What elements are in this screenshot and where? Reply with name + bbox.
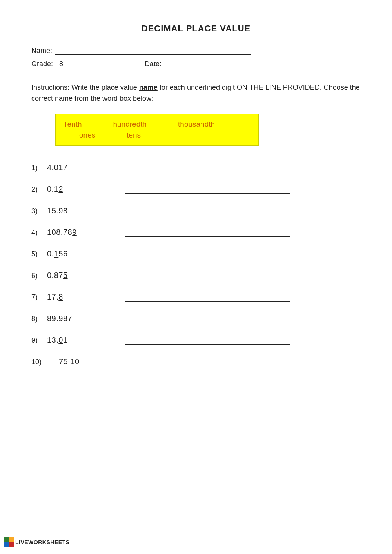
logo-square-red bbox=[9, 542, 14, 547]
problem-value: 0.156 bbox=[47, 249, 118, 258]
date-input-line[interactable] bbox=[168, 60, 258, 68]
word-ones: ones bbox=[79, 131, 95, 140]
grade-input-line[interactable] bbox=[66, 60, 121, 68]
word-thousandth: thousandth bbox=[178, 120, 215, 129]
answer-line[interactable] bbox=[125, 185, 290, 194]
grade-group: Grade: 8 bbox=[31, 60, 121, 68]
problem-number: 7) bbox=[31, 293, 47, 302]
problem-row: 1) 4.017 bbox=[31, 163, 361, 172]
problem-value: 75.10 bbox=[59, 357, 129, 366]
problem-row: 6) 0.875 bbox=[31, 271, 361, 280]
underlined-digit: 5 bbox=[52, 206, 56, 215]
problem-row: 3) 15.98 bbox=[31, 206, 361, 215]
problem-value: 17.8 bbox=[47, 292, 118, 302]
problem-row: 9) 13.01 bbox=[31, 336, 361, 345]
underlined-digit: 0 bbox=[58, 336, 63, 344]
date-group: Date: bbox=[145, 60, 258, 68]
answer-line[interactable] bbox=[125, 271, 290, 280]
instructions-keyword: name bbox=[139, 84, 158, 91]
answer-line[interactable] bbox=[125, 293, 290, 302]
name-field-row: Name: bbox=[31, 46, 361, 55]
word-tens: tens bbox=[127, 131, 141, 140]
problem-value: 0.12 bbox=[47, 185, 118, 194]
problem-number: 1) bbox=[31, 164, 47, 172]
problem-number: 5) bbox=[31, 250, 47, 258]
underlined-digit: 9 bbox=[72, 228, 77, 236]
problem-row: 5) 0.156 bbox=[31, 249, 361, 258]
underlined-digit: 8 bbox=[58, 292, 63, 301]
problem-value: 4.017 bbox=[47, 163, 118, 172]
problem-row: 10) 75.10 bbox=[31, 357, 361, 366]
logo-square-green bbox=[4, 537, 9, 542]
problem-number: 6) bbox=[31, 272, 47, 280]
word-hundredth: hundredth bbox=[113, 120, 147, 129]
problem-number: 4) bbox=[31, 229, 47, 237]
word-tenth: Tenth bbox=[64, 120, 82, 129]
problem-row: 7) 17.8 bbox=[31, 292, 361, 302]
liveworksheets-logo: LIVEWORKSHEETS bbox=[4, 537, 69, 547]
problem-value: 89.987 bbox=[47, 314, 118, 323]
underlined-digit: 8 bbox=[63, 314, 68, 323]
underlined-digit: 1 bbox=[58, 163, 63, 172]
problem-value: 0.875 bbox=[47, 271, 118, 280]
problem-number: 10) bbox=[31, 358, 51, 366]
name-input-line[interactable] bbox=[55, 46, 251, 55]
instructions-text: Instructions: Write the place value name… bbox=[31, 82, 361, 104]
grade-date-row: Grade: 8 Date: bbox=[31, 60, 361, 68]
answer-line[interactable] bbox=[137, 358, 302, 366]
answer-line[interactable] bbox=[125, 228, 290, 237]
answer-line[interactable] bbox=[125, 250, 290, 258]
date-label: Date: bbox=[145, 60, 162, 68]
problem-row: 4) 108.789 bbox=[31, 228, 361, 237]
answer-line[interactable] bbox=[125, 163, 290, 172]
underlined-digit: 0 bbox=[75, 357, 80, 366]
problem-number: 2) bbox=[31, 185, 47, 194]
problem-row: 8) 89.987 bbox=[31, 314, 361, 323]
problem-number: 3) bbox=[31, 207, 47, 215]
answer-line[interactable] bbox=[125, 314, 290, 323]
logo-squares bbox=[4, 537, 14, 547]
grade-label: Grade: bbox=[31, 60, 53, 68]
problem-value: 13.01 bbox=[47, 336, 118, 345]
problems-section: 1) 4.017 2) 0.12 3) 15.98 4) 108.789 5) … bbox=[31, 163, 361, 366]
word-box-row2: ones tens bbox=[64, 131, 246, 140]
logo-square-blue bbox=[4, 542, 9, 547]
word-box: Tenth hundredth thousandth ones tens bbox=[55, 114, 259, 146]
underlined-digit: 1 bbox=[54, 249, 59, 258]
problem-number: 8) bbox=[31, 315, 47, 323]
problem-number: 9) bbox=[31, 336, 47, 345]
grade-value: 8 bbox=[59, 60, 63, 68]
footer-brand-text: LIVEWORKSHEETS bbox=[15, 539, 69, 545]
answer-line[interactable] bbox=[125, 207, 290, 215]
logo-square-yellow bbox=[9, 537, 14, 542]
name-label: Name: bbox=[31, 47, 52, 55]
problem-row: 2) 0.12 bbox=[31, 185, 361, 194]
problem-value: 15.98 bbox=[47, 206, 118, 215]
instructions-before: Instructions: Write the place value bbox=[31, 84, 139, 91]
underlined-digit: 2 bbox=[58, 185, 63, 193]
underlined-digit: 5 bbox=[63, 271, 68, 280]
page-title: DECIMAL PLACE VALUE bbox=[31, 24, 361, 34]
answer-line[interactable] bbox=[125, 336, 290, 345]
problem-value: 108.789 bbox=[47, 228, 118, 237]
footer: LIVEWORKSHEETS bbox=[0, 537, 69, 547]
word-box-row1: Tenth hundredth thousandth bbox=[64, 120, 246, 129]
